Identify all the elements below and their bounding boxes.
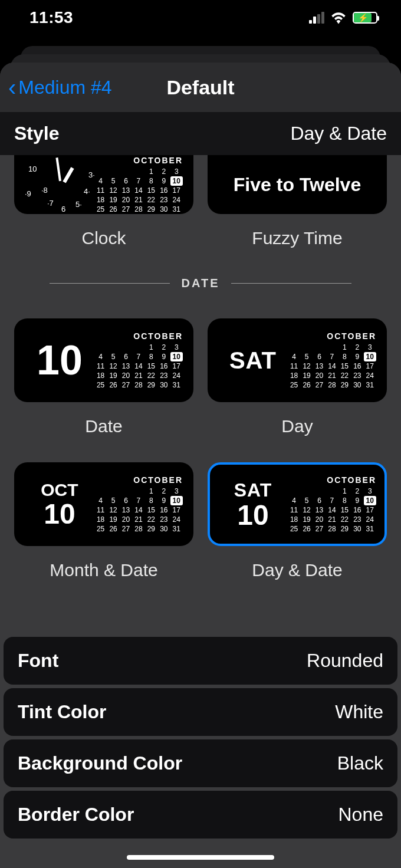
big-date-number: 10 [237,501,268,530]
border-label: Border Color [18,804,134,826]
clock-face-icon: 10 ·9 ·8 ·7 6 5· 4· 3· [25,163,94,206]
style-value: Day & Date [290,123,387,144]
mini-calendar: OCTOBER123456789101112131415161718192021… [94,331,183,390]
big-date-number: 10 [44,500,75,528]
font-row[interactable]: Font Rounded [4,637,397,685]
fuzzy-time-text: Five to Twelve [218,174,376,196]
home-indicator[interactable] [127,855,274,860]
font-value: Rounded [307,650,383,672]
status-time: 11:53 [29,8,73,27]
font-label: Font [18,650,58,672]
page-title: Default [166,76,234,99]
bg-label: Background Color [18,752,182,774]
nav-bar: ‹ Medium #4 Default [0,63,401,112]
wifi-icon [330,11,347,24]
battery-icon: ⚡ [353,12,377,24]
border-value: None [338,804,384,826]
cellular-signal-icon [309,12,324,24]
style-preview-day[interactable]: SAT OCTOBER12345678910111213141516171819… [208,318,387,402]
mini-calendar: OCTOBER123456789101112131415161718192021… [94,475,183,534]
bg-value: Black [337,752,383,774]
style-preview-day-date[interactable]: SAT 10 OCTOBER12345678910111213141516171… [208,462,387,546]
divider-label: DATE [182,277,220,290]
big-date-number: 10 [37,340,83,381]
style-preview-date[interactable]: 10 OCTOBER123456789101112131415161718192… [14,318,193,402]
chevron-left-icon: ‹ [8,75,16,99]
tint-value: White [335,701,383,723]
back-button[interactable]: ‹ Medium #4 [8,75,112,99]
style-label: Style [14,123,59,144]
border-color-row[interactable]: Border Color None [4,791,397,839]
mini-calendar: OCTOBER123456789101112131415161718192021… [94,156,183,214]
style-preview-area: 10 ·9 ·8 ·7 6 5· 4· 3· OCTOBER1234567891… [0,155,401,580]
settings-list: Font Rounded Tint Color White Background… [4,637,397,839]
big-day-text: SAT [234,479,272,501]
style-label-day-date: Day & Date [208,560,387,580]
status-icons: ⚡ [309,11,377,24]
back-label: Medium #4 [18,77,111,98]
mini-calendar: OCTOBER123456789101112131415161718192021… [288,331,376,390]
style-label-clock: Clock [14,228,193,248]
style-label-day: Day [208,416,387,436]
style-preview-clock[interactable]: 10 ·9 ·8 ·7 6 5· 4· 3· OCTOBER1234567891… [14,155,193,214]
tint-color-row[interactable]: Tint Color White [4,688,397,736]
section-divider-date: DATE [50,277,351,290]
background-color-row[interactable]: Background Color Black [4,739,397,787]
style-row[interactable]: Style Day & Date [0,112,401,155]
big-month-text: OCT [41,480,78,500]
style-label-date: Date [14,416,193,436]
style-preview-month-date[interactable]: OCT 10 OCTOBER12345678910111213141516171… [14,462,193,546]
status-bar: 11:53 ⚡ [0,0,401,35]
style-preview-fuzzy[interactable]: Five to Twelve [208,155,387,214]
style-label-month-date: Month & Date [14,560,193,580]
big-day-text: SAT [229,347,277,374]
mini-calendar: OCTOBER123456789101112131415161718192021… [288,475,376,534]
tint-label: Tint Color [18,701,107,723]
style-label-fuzzy: Fuzzy Time [208,228,387,248]
charging-bolt-icon: ⚡ [358,14,368,22]
settings-sheet: ‹ Medium #4 Default Style Day & Date 10 … [0,63,401,868]
